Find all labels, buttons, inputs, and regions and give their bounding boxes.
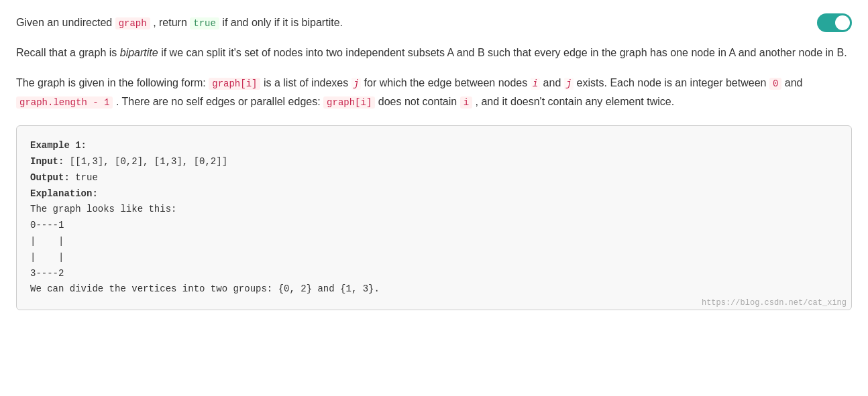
example-output-line: Output: true — [30, 170, 838, 186]
explanation-label: Explanation: — [30, 188, 98, 199]
j-tag: j — [351, 78, 361, 90]
period-text: . There are no self edges or parallel ed… — [116, 96, 321, 107]
recall-before: Recall that a graph is — [16, 47, 117, 58]
detail-line1-before: The graph is given in the following form… — [16, 77, 206, 88]
graph-i2-tag: graph[i] — [323, 96, 375, 109]
recall-paragraph: Recall that a graph is bipartite if we c… — [16, 44, 852, 63]
input-value: [[1,3], [0,2], [1,3], [0,2]] — [70, 156, 227, 167]
intro-prefix: Given an undirected — [16, 17, 112, 28]
zero-tag: 0 — [769, 78, 781, 90]
toggle-container — [817, 13, 852, 35]
j2-tag: j — [564, 78, 574, 90]
comma-text: , and it doesn't contain any element twi… — [476, 96, 675, 107]
graph-tag: graph — [115, 17, 150, 29]
i-tag: i — [531, 78, 540, 90]
watermark-text: https://blog.csdn.net/cat_xing — [702, 298, 847, 308]
example-title: Example 1: — [30, 138, 838, 154]
and2-word: and — [785, 77, 803, 88]
example-box: Example 1: Input: [[1,3], [0,2], [1,3], … — [16, 125, 852, 310]
output-label: Output: — [30, 172, 70, 183]
recall-after: if we can split it's set of nodes into t… — [161, 47, 847, 58]
dark-mode-toggle[interactable] — [817, 13, 852, 32]
graph-length-tag: graph.length - 1 — [16, 96, 113, 109]
intro-suffix: if and only if it is bipartite. — [222, 17, 343, 28]
exists-text: exists. Each node is an integer between — [577, 77, 767, 88]
i2-tag: i — [460, 96, 472, 109]
output-value: true — [75, 172, 98, 183]
watermark: https://blog.csdn.net/cat_xing — [702, 298, 847, 308]
true-tag: true — [190, 17, 219, 29]
detail-line1-end: for which the edge between nodes — [364, 77, 528, 88]
input-label: Input: — [30, 156, 64, 167]
graph-desc-line: The graph looks like this: — [30, 202, 838, 218]
example-title-text: Example 1: — [30, 140, 87, 151]
conclusion-line: We can divide the vertices into two grou… — [30, 281, 838, 298]
detail-line1-after: is a list of indexes — [264, 77, 348, 88]
graph-art: 0----1 | | | | 3----2 — [30, 218, 838, 281]
bipartite-italic: bipartite — [120, 47, 158, 58]
content-area: Given an undirected graph , return true … — [16, 13, 852, 310]
detail-paragraph: The graph is given in the following form… — [16, 74, 852, 113]
and-word: and — [543, 77, 561, 88]
example-explanation-line: Explanation: — [30, 186, 838, 202]
graph-i-tag: graph[i] — [209, 78, 260, 90]
intro-middle: , return — [153, 17, 187, 28]
example-input-line: Input: [[1,3], [0,2], [1,3], [0,2]] — [30, 154, 838, 170]
intro-paragraph: Given an undirected graph , return true … — [16, 13, 852, 33]
does-not-text: does not contain — [378, 96, 457, 107]
